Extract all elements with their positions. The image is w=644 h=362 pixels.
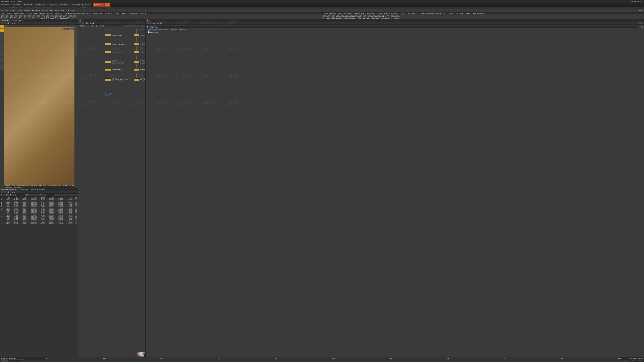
shelf-tool[interactable]: Spray Paint	[50, 14, 54, 19]
table-row[interactable]: 0-1298.021.8912-1298.00.0030398621.90210…	[0, 198, 78, 199]
spreadsheet-table[interactable]: P[x]P[y]P[z]basebedrockCd[x]Cd[y]Cd[z]de…	[0, 196, 78, 224]
network-node[interactable]: File CacheENV_Terrainstatic.bgeo.sc	[134, 60, 145, 64]
column-header[interactable]: P[z]	[19, 196, 27, 198]
add-pane-tab[interactable]: +	[150, 19, 153, 22]
shelf-tab[interactable]: Lights and Cameras	[322, 12, 338, 14]
nav-back-icon[interactable]	[79, 22, 81, 24]
net-menu-item[interactable]: Help	[102, 25, 105, 27]
table-row[interactable]: 18-1226.028.3897-1298.00.0030398628.4540…	[0, 219, 78, 220]
frame-end-input[interactable]	[630, 360, 636, 362]
select-tool[interactable]	[0, 25, 4, 28]
shelf-tab[interactable]: Guide Process	[80, 12, 92, 14]
audio-button[interactable]	[6, 360, 8, 362]
path-node[interactable]: Terrain	[89, 22, 95, 24]
column-header[interactable]: base	[27, 196, 38, 198]
taskbar-tab[interactable]: 01_Environm...	[92, 3, 104, 6]
column-header[interactable]	[0, 196, 3, 198]
shelf-tab[interactable]: Container Tools	[434, 12, 447, 14]
shelf-tool[interactable]: Torus	[14, 14, 18, 19]
shelf-tool[interactable]: Box	[0, 14, 4, 19]
path-root[interactable]: obj	[152, 22, 156, 24]
shelf-tab[interactable]: Vellum	[360, 12, 366, 14]
menu-renderman[interactable]: RenderMan	[31, 10, 41, 11]
taskbar-tab[interactable]: [houdini.env ...	[81, 3, 92, 6]
table-row[interactable]: 1-1294.021.0979-1298.00.0030398621.16320…	[0, 199, 78, 200]
construction-tool[interactable]	[0, 53, 4, 56]
ghost-icon[interactable]	[75, 31, 78, 33]
column-header[interactable]: deb	[73, 196, 78, 198]
system-menu[interactable]: System	[18, 1, 22, 2]
network-node[interactable]: HeightField Layer Clearheightfield_maskc…	[105, 42, 126, 45]
shelf-tool[interactable]: Portal Light	[372, 14, 376, 19]
nav-fwd-icon[interactable]	[4, 22, 6, 24]
nav-fwd-icon[interactable]	[149, 22, 152, 24]
table-row[interactable]: 19-1222.029.6867-1298.00.0030398629.7627…	[0, 220, 78, 222]
table-row[interactable]: 17-1230.026.8097-1298.00.0030398626.9449…	[0, 218, 78, 219]
shelf-tab[interactable]: Terrain FX	[104, 12, 113, 14]
apps-menu[interactable]: Applications	[1, 1, 9, 2]
nav-fwd-icon[interactable]	[4, 191, 6, 193]
shelf-tab[interactable]: Guide Brushes	[92, 12, 104, 14]
net-menu-item[interactable]: Layout	[96, 25, 101, 27]
taskbar-tab[interactable]: [houdini17.5]	[70, 3, 81, 6]
gear-icon[interactable]	[638, 22, 641, 24]
shelf-tool[interactable]: Platonic Solids	[59, 14, 63, 19]
move-tool[interactable]	[0, 32, 4, 35]
shelf-tab[interactable]: Wires	[459, 12, 465, 14]
table-row[interactable]: 11-1254.023.4112-1298.00.0030398623.4466…	[0, 211, 78, 212]
shelf-tool[interactable]: Metaball	[68, 14, 72, 19]
shelf-tool[interactable]: Draw Curve	[41, 14, 45, 19]
network-node[interactable]: File CacheENV_Terrain_EmptystaticNoPikes…	[105, 60, 124, 64]
table-row[interactable]: 4-1282.020.9348-1298.00.0030398620.94760…	[0, 203, 78, 204]
taskbar-tab[interactable]: tricecold@tri...	[12, 3, 23, 6]
last-frame-button[interactable]: ⏭	[14, 358, 16, 360]
path-node[interactable]: Terrain	[156, 22, 162, 24]
add-pane-tab[interactable]: +	[22, 19, 25, 22]
shelf-tab[interactable]: Volume	[121, 12, 128, 14]
camera-tool[interactable]	[0, 57, 4, 60]
shelf-tab[interactable]: Fluid Containers	[406, 12, 419, 14]
tab-geo-spreadsheet[interactable]: Geometry Spreadsheet	[0, 188, 18, 191]
table-row[interactable]: 14-1242.024.241-1298.00.0030398624.31820…	[0, 215, 78, 216]
search-icon[interactable]: 🔍	[147, 26, 149, 28]
group-input[interactable]	[16, 194, 26, 196]
shelf-tab[interactable]: Characters	[54, 12, 63, 14]
menu-render[interactable]: Render	[10, 10, 16, 11]
wire-icon[interactable]	[75, 36, 78, 39]
snap-tool[interactable]	[0, 46, 4, 49]
shelf-tab[interactable]: Pyro FX	[447, 12, 454, 14]
shelf-tab[interactable]: Grains	[353, 12, 360, 14]
taskbar-tab[interactable]: SimpleScreen...	[35, 3, 47, 6]
table-row[interactable]: 5-1278.020.9213-1298.00.0030398620.94760…	[0, 204, 78, 205]
nav-fwd-icon[interactable]	[82, 22, 84, 24]
shelf-tab[interactable]: Texture	[33, 12, 40, 14]
hull-icon[interactable]	[75, 51, 78, 53]
shelf-tab[interactable]: Redshift	[140, 12, 147, 14]
context-right[interactable]: Main	[638, 10, 643, 11]
column-header[interactable]: Cd[y]	[55, 196, 64, 198]
net-menu-item[interactable]: Add	[79, 25, 82, 27]
network-node[interactable]: heightfield_erode2	[105, 51, 123, 53]
path-node[interactable]: Terrain	[11, 22, 17, 24]
shelf-tool[interactable]: Path	[46, 14, 50, 19]
shelf-tool[interactable]: Environment Light	[354, 14, 358, 19]
net-search-icon[interactable]	[140, 25, 142, 27]
shelf-tab[interactable]: Populate Containers	[419, 12, 435, 14]
loop-button[interactable]	[3, 360, 6, 362]
rotate-tool[interactable]	[0, 35, 4, 39]
taskbar-tab[interactable]: tricecold@tri...	[0, 3, 12, 6]
path-root[interactable]: obj	[7, 191, 10, 193]
shelf-tab[interactable]: Modify	[6, 12, 13, 14]
handle-tool[interactable]	[0, 28, 4, 32]
shelf-tab[interactable]: FEM	[454, 12, 459, 14]
table-row[interactable]: 15-1238.024.6597-1298.00.0030398624.6950…	[0, 216, 78, 217]
table-row[interactable]: 20-1218.031.1596-1298.00.0030398631.2260…	[0, 222, 78, 223]
shelf-tab[interactable]: Particle Fluids	[376, 12, 388, 14]
net-menu-item[interactable]: Tools	[92, 25, 96, 27]
menu-help[interactable]: Help	[49, 10, 54, 11]
shelf-tool[interactable]: Gamepad Camera	[395, 14, 399, 19]
shelf-tab[interactable]: Crowds	[465, 12, 472, 14]
help-icon[interactable]	[641, 22, 643, 24]
shelf-tool[interactable]: Volume Light	[345, 14, 349, 19]
path-node[interactable]: Terrain	[11, 191, 17, 193]
